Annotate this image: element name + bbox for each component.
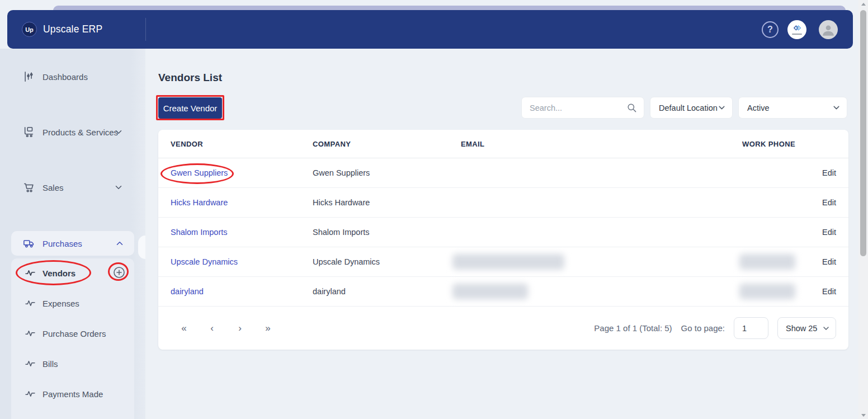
redacted-email-blur: [452, 284, 528, 299]
goto-page-label: Go to page:: [681, 323, 725, 333]
location-filter-select[interactable]: Default Location: [650, 97, 733, 119]
sidebar: Dashboards Products & Services: [0, 49, 145, 419]
sidebar-item-label: Payments Made: [43, 389, 103, 399]
goto-page-input[interactable]: [734, 317, 768, 339]
redacted-email-blur: [452, 254, 564, 270]
sidebar-item-expenses[interactable]: Expenses: [11, 295, 134, 312]
sidebar-item-label: Expenses: [43, 299, 79, 308]
edit-link[interactable]: Edit: [822, 257, 836, 266]
search-box: [521, 97, 644, 119]
edit-link[interactable]: Edit: [822, 168, 836, 177]
help-icon[interactable]: ?: [762, 21, 779, 38]
email-cell: [461, 284, 742, 299]
purchases-truck-icon: [23, 237, 35, 249]
sidebar-item-label: Dashboards: [43, 72, 88, 82]
sidebar-item-label: Sales: [43, 183, 64, 192]
company-logo-icon[interactable]: [787, 20, 806, 39]
chevron-down-icon: [114, 182, 124, 192]
upscale-logo-icon: Up: [22, 22, 37, 37]
table-row: Hicks Hardware Hicks Hardware Edit: [158, 188, 848, 218]
sidebar-item-label: Bills: [43, 359, 58, 369]
sidebar-item-payments-made[interactable]: Payments Made: [11, 385, 134, 402]
app-title: Upscale ERP: [43, 23, 102, 35]
search-icon[interactable]: [626, 102, 637, 113]
scroll-up-icon[interactable]: [858, 0, 868, 8]
dashboards-chart-icon: [23, 70, 35, 83]
company-cell: dairyland: [313, 287, 461, 296]
redacted-phone-blur: [739, 284, 795, 299]
pulse-icon: [25, 358, 36, 369]
sidebar-item-bills[interactable]: Bills: [11, 355, 134, 372]
sidebar-item-sales[interactable]: Sales: [0, 179, 145, 196]
status-filter-value: Active: [747, 103, 770, 112]
search-input[interactable]: [530, 97, 625, 118]
header-divider: [145, 18, 146, 41]
phone-cell: [742, 254, 804, 270]
table-header-row: VENDOR COMPANY EMAIL WORK PHONE: [158, 130, 848, 158]
sidebar-item-purchase-orders[interactable]: Purchase Orders: [11, 325, 134, 342]
column-header-vendor: VENDOR: [171, 140, 313, 148]
phone-cell: [742, 284, 804, 299]
sidebar-item-label: Vendors: [43, 269, 76, 278]
sidebar-item-label: Purchases: [43, 239, 82, 248]
chevron-down-icon: [832, 103, 841, 112]
pagination-bar: « ‹ › » Page 1 of 1 (Total: 5) Go to pag…: [158, 307, 848, 350]
vendor-link[interactable]: Gwen Suppliers: [171, 168, 313, 177]
last-page-button[interactable]: »: [265, 323, 271, 334]
app-canvas: Up Upscale ERP ?: [0, 0, 868, 419]
edit-link[interactable]: Edit: [822, 287, 836, 296]
add-vendor-plus-icon[interactable]: [112, 266, 126, 279]
chevron-down-icon: [822, 324, 831, 333]
user-avatar[interactable]: [819, 20, 838, 39]
scroll-down-icon[interactable]: [858, 411, 868, 419]
sales-cart-icon: [23, 181, 35, 194]
first-page-button[interactable]: «: [181, 323, 187, 334]
table-row: Upscale Dynamics Upscale Dynamics Edit: [158, 247, 848, 277]
pulse-icon: [25, 298, 36, 309]
logo-microtext: [792, 34, 802, 35]
page-size-select[interactable]: Show 25: [777, 317, 836, 339]
pulse-icon: [25, 417, 36, 419]
products-cart-icon: [23, 126, 35, 138]
sidebar-item-purchases[interactable]: Purchases: [11, 231, 134, 256]
page-title: Vendors List: [158, 72, 222, 84]
sidebar-item-label: Products & Services: [43, 128, 118, 137]
company-cell: Upscale Dynamics: [313, 257, 461, 266]
active-section-indicator: [138, 236, 145, 259]
pulse-icon: [25, 328, 36, 339]
sidebar-item-label: Purchase Orders: [43, 329, 106, 338]
next-page-button[interactable]: ›: [237, 323, 243, 334]
vendor-link[interactable]: Hicks Hardware: [171, 198, 313, 207]
chevron-up-icon: [115, 238, 125, 248]
table-row: dairyland dairyland Edit: [158, 277, 848, 307]
company-cell: Gwen Suppliers: [313, 168, 461, 177]
column-header-company: COMPANY: [313, 140, 461, 148]
create-vendor-button[interactable]: Create Vendor: [158, 97, 222, 119]
email-cell: [461, 254, 742, 270]
column-header-email: EMAIL: [461, 140, 742, 148]
pulse-icon: [25, 267, 36, 279]
vendor-link[interactable]: Shalom Imports: [171, 228, 313, 237]
scrollbar-thumb[interactable]: [860, 10, 866, 256]
sidebar-item-products-services[interactable]: Products & Services: [0, 124, 145, 140]
sidebar-item-dashboards[interactable]: Dashboards: [0, 68, 145, 85]
edit-link[interactable]: Edit: [822, 228, 836, 237]
vendor-link[interactable]: dairyland: [171, 287, 313, 296]
vendors-table-card: VENDOR COMPANY EMAIL WORK PHONE Gwen Sup…: [158, 130, 848, 350]
table-row: Shalom Imports Shalom Imports Edit: [158, 218, 848, 247]
logo-monogram: Up: [25, 26, 34, 33]
top-navbar: Up Upscale ERP ?: [7, 10, 853, 49]
sidebar-item-cutoff: [11, 414, 134, 419]
prev-page-button[interactable]: ‹: [209, 323, 215, 334]
page-size-value: Show 25: [786, 324, 817, 333]
location-filter-value: Default Location: [659, 103, 718, 112]
redacted-phone-blur: [739, 254, 795, 270]
page-info: Page 1 of 1 (Total: 5): [594, 323, 672, 333]
chevron-down-icon: [717, 103, 727, 112]
edit-link[interactable]: Edit: [822, 198, 836, 207]
vendor-link[interactable]: Upscale Dynamics: [171, 257, 313, 266]
vertical-scrollbar[interactable]: [858, 0, 868, 419]
table-row: Gwen Suppliers Gwen Suppliers Edit: [158, 158, 848, 188]
status-filter-select[interactable]: Active: [738, 97, 847, 119]
company-cell: Shalom Imports: [313, 228, 461, 237]
